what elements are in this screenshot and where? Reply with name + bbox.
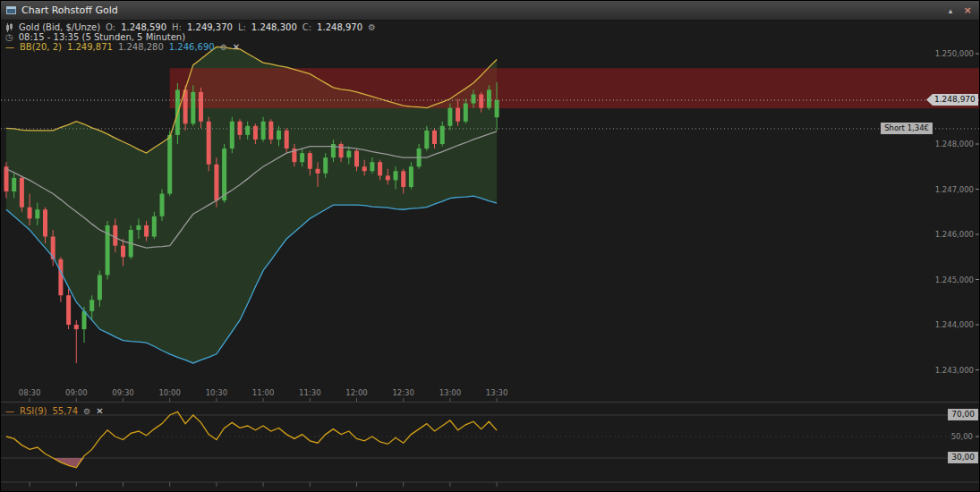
bb-lower-value: 1.246,690: [169, 42, 215, 52]
svg-text:12:00: 12:00: [345, 388, 368, 397]
time-axis: 08:3009:0009:3010:0010:3011:0011:3012:00…: [19, 388, 508, 402]
bb-gear-icon[interactable]: ⚙: [220, 43, 227, 52]
gear-icon[interactable]: ⚙: [368, 23, 376, 32]
bb-middle-value: 1.248,280: [118, 42, 164, 52]
price-chart[interactable]: 1.250,0001.248,0001.247,0001.246,0001.24…: [1, 1, 980, 492]
resistance-zone[interactable]: [170, 68, 980, 108]
chart-window-icon: [6, 6, 16, 14]
rsi-close-icon[interactable]: ✕: [96, 406, 103, 416]
open-label: O:: [106, 22, 115, 32]
svg-text:13:30: 13:30: [486, 388, 508, 397]
high-value: 1.249,370: [187, 22, 233, 32]
svg-text:1.247,000: 1.247,000: [935, 185, 974, 194]
close-label: C:: [303, 22, 311, 32]
svg-text:1.250,000: 1.250,000: [935, 49, 974, 58]
chart-window: Chart Rohstoff Gold ▴ × 1.250,0001.248,0…: [0, 0, 980, 492]
close-value: 1.248,970: [317, 22, 362, 32]
svg-text:09:00: 09:00: [65, 388, 88, 397]
svg-text:12:30: 12:30: [392, 388, 414, 397]
timeframe-header: ◷ 08:15 - 13:35 (5 Stunden, 5 Minuten): [5, 32, 185, 42]
last-price-label: 1.248,970: [926, 94, 978, 106]
svg-text:1.244,000: 1.244,000: [935, 320, 974, 329]
rsi-oversold-label: 30,00: [948, 452, 978, 463]
svg-text:1.243,000: 1.243,000: [935, 366, 974, 375]
svg-text:11:30: 11:30: [299, 388, 321, 397]
svg-text:08:30: 08:30: [19, 388, 41, 397]
rsi-overbought-label: 70,00: [948, 409, 978, 420]
titlebar[interactable]: Chart Rohstoff Gold ▴ ×: [1, 1, 979, 21]
maximize-icon[interactable]: ▴: [944, 4, 957, 17]
instrument-name: Gold (Bid, $/Unze): [19, 22, 100, 32]
position-badge[interactable]: Short 1,34€: [881, 123, 933, 134]
rsi-label: RSI(9): [20, 406, 47, 416]
svg-text:13:00: 13:00: [439, 388, 462, 397]
svg-text:1.248,000: 1.248,000: [935, 140, 974, 148]
rsi-panel: [1, 411, 980, 487]
bb-close-icon[interactable]: ✕: [233, 42, 240, 52]
rsi-line-swatch: —: [5, 406, 14, 416]
rsi-indicator-header: — RSI(9) 55,74 ⚙ ✕: [5, 406, 104, 416]
svg-text:10:30: 10:30: [206, 388, 228, 397]
svg-text:09:30: 09:30: [112, 388, 134, 397]
low-label: L:: [238, 22, 246, 32]
close-icon[interactable]: ×: [961, 4, 974, 17]
bb-line-swatch: —: [5, 42, 14, 52]
bb-label: BB(20, 2): [20, 42, 62, 52]
bb-upper-value: 1.249,871: [67, 42, 113, 52]
rsi-value: 55,74: [52, 406, 78, 416]
svg-text:1.246,000: 1.246,000: [935, 230, 974, 239]
rsi-gear-icon[interactable]: ⚙: [83, 407, 90, 416]
window-title: Chart Rohstoff Gold: [21, 4, 118, 16]
svg-text:1.245,000: 1.245,000: [935, 276, 974, 284]
low-value: 1.248,300: [251, 22, 297, 32]
svg-text:11:00: 11:00: [252, 388, 275, 397]
candlestick-icon: [5, 23, 13, 32]
svg-text:10:00: 10:00: [158, 388, 181, 397]
bb-indicator-header: — BB(20, 2) 1.249,871 1.248,280 1.246,69…: [5, 42, 240, 52]
instrument-header: Gold (Bid, $/Unze) O:1.248,590 H:1.249,3…: [5, 22, 376, 32]
high-label: H:: [172, 22, 182, 32]
timeframe-text: 08:15 - 13:35 (5 Stunden, 5 Minuten): [19, 32, 185, 42]
clock-icon: ◷: [5, 33, 13, 42]
rsi-mid-label: 50,00: [951, 432, 973, 441]
open-value: 1.248,590: [121, 22, 166, 32]
